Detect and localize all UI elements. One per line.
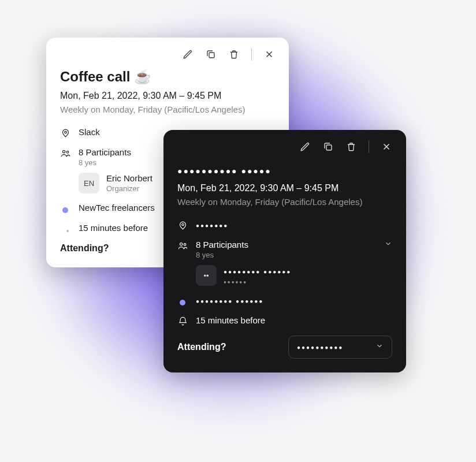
close-icon xyxy=(381,141,392,152)
event-card-dark: ●●●●●●●●●● ●●●●● Mon, Feb 21, 2022, 9:30… xyxy=(163,130,406,372)
pencil-icon xyxy=(300,141,310,152)
toolbar-divider xyxy=(251,48,252,61)
svg-point-6 xyxy=(180,243,182,245)
chevron-down-icon[interactable] xyxy=(384,240,392,250)
close-button[interactable] xyxy=(263,49,275,60)
reminder-value: 15 minutes before xyxy=(196,315,392,325)
copy-icon xyxy=(323,141,333,152)
chevron-down-icon xyxy=(375,342,384,352)
event-datetime: Mon, Feb 21, 2022, 9:30 AM – 9:45 PM xyxy=(60,91,275,101)
bell-icon xyxy=(177,316,188,326)
location-row: ●●●●●●● xyxy=(177,219,392,230)
reminder-dot xyxy=(66,230,69,232)
event-datetime: Mon, Feb 21, 2022, 9:30 AM – 9:45 PM xyxy=(177,183,392,193)
svg-rect-0 xyxy=(209,53,214,58)
trash-icon xyxy=(229,49,239,59)
svg-point-5 xyxy=(181,223,184,226)
attending-label: Attending? xyxy=(60,243,109,254)
participants-row[interactable]: 8 Participants 8 yes •• ●●●●●●●● ●●●●●● … xyxy=(177,240,392,286)
toolbar xyxy=(177,140,392,153)
event-recurrence: Weekly on Monday, Friday (Pacific/Los An… xyxy=(177,197,392,207)
participants-count: 8 Participants xyxy=(196,240,376,249)
people-icon xyxy=(60,148,70,158)
calendar-color-dot xyxy=(180,300,185,305)
organizer-name: Eric Norbert xyxy=(106,173,153,183)
svg-rect-4 xyxy=(326,145,332,150)
svg-point-3 xyxy=(66,151,69,153)
people-icon xyxy=(177,240,188,251)
location-icon xyxy=(60,128,70,138)
copy-icon xyxy=(206,49,216,59)
calendar-redacted: ●●●●●●●● ●●●●●● xyxy=(196,298,263,304)
location-redacted: ●●●●●●● xyxy=(196,222,228,229)
attending-dropdown[interactable]: ●●●●●●●●●● xyxy=(288,336,392,359)
copy-button[interactable] xyxy=(205,49,217,60)
svg-point-1 xyxy=(64,131,66,133)
avatar: EN xyxy=(79,173,99,193)
calendar-row: ●●●●●●●● ●●●●●● xyxy=(177,295,392,306)
copy-button[interactable] xyxy=(322,141,334,152)
attending-row: Attending? ●●●●●●●●●● xyxy=(177,336,392,359)
attending-label: Attending? xyxy=(177,342,226,352)
reminder-row: 15 minutes before xyxy=(177,315,392,326)
organizer: •• ●●●●●●●● ●●●●●● ●●●●●● xyxy=(196,265,376,286)
event-title: Coffee call ☕ xyxy=(60,69,275,85)
close-button[interactable] xyxy=(381,141,392,152)
edit-button[interactable] xyxy=(182,49,194,60)
location-icon xyxy=(177,220,188,230)
trash-icon xyxy=(346,141,356,152)
svg-point-2 xyxy=(62,150,65,152)
svg-point-7 xyxy=(184,243,186,245)
toolbar-divider xyxy=(369,140,369,153)
organizer-role-redacted: ●●●●●● xyxy=(224,280,247,285)
dropdown-value-redacted: ●●●●●●●●●● xyxy=(297,344,343,351)
event-recurrence: Weekly on Monday, Friday (Pacific/Los An… xyxy=(60,105,275,114)
delete-button[interactable] xyxy=(228,49,240,60)
delete-button[interactable] xyxy=(345,141,357,152)
toolbar xyxy=(60,48,275,61)
organizer-name-redacted: ●●●●●●●● ●●●●●● xyxy=(224,269,291,275)
organizer-role: Organizer xyxy=(106,184,153,193)
pencil-icon xyxy=(183,49,193,59)
avatar: •• xyxy=(196,265,217,286)
close-icon xyxy=(264,49,274,59)
participants-sub: 8 yes xyxy=(196,251,376,259)
calendar-color-dot xyxy=(62,207,68,213)
event-title-redacted: ●●●●●●●●●● ●●●●● xyxy=(177,161,392,177)
edit-button[interactable] xyxy=(299,141,311,152)
